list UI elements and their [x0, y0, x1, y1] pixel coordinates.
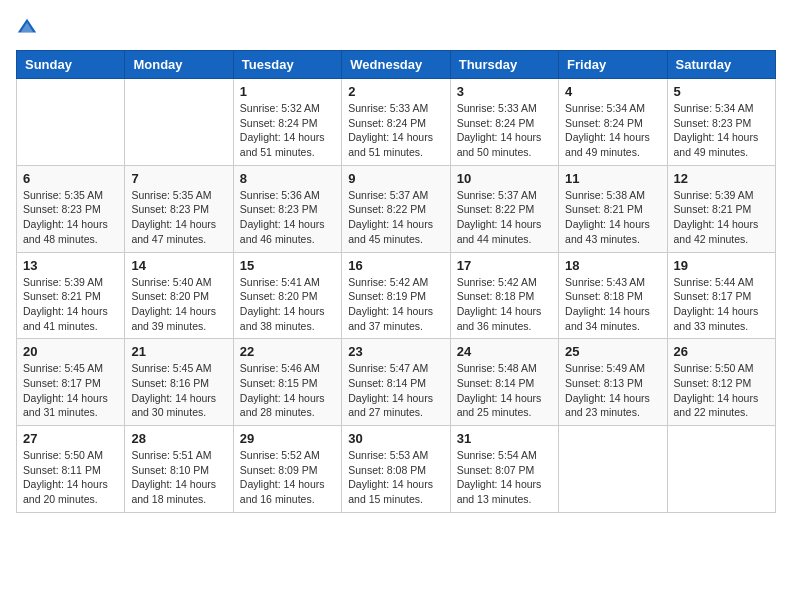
day-number: 15: [240, 258, 335, 273]
day-number: 2: [348, 84, 443, 99]
calendar-cell: 14Sunrise: 5:40 AM Sunset: 8:20 PM Dayli…: [125, 252, 233, 339]
day-info: Sunrise: 5:44 AM Sunset: 8:17 PM Dayligh…: [674, 275, 769, 334]
calendar-cell: 16Sunrise: 5:42 AM Sunset: 8:19 PM Dayli…: [342, 252, 450, 339]
day-number: 29: [240, 431, 335, 446]
day-number: 5: [674, 84, 769, 99]
calendar-cell: 18Sunrise: 5:43 AM Sunset: 8:18 PM Dayli…: [559, 252, 667, 339]
calendar-cell: 15Sunrise: 5:41 AM Sunset: 8:20 PM Dayli…: [233, 252, 341, 339]
day-number: 13: [23, 258, 118, 273]
day-info: Sunrise: 5:42 AM Sunset: 8:18 PM Dayligh…: [457, 275, 552, 334]
day-number: 8: [240, 171, 335, 186]
weekday-header-sunday: Sunday: [17, 51, 125, 79]
calendar-cell: 27Sunrise: 5:50 AM Sunset: 8:11 PM Dayli…: [17, 426, 125, 513]
day-info: Sunrise: 5:52 AM Sunset: 8:09 PM Dayligh…: [240, 448, 335, 507]
day-info: Sunrise: 5:34 AM Sunset: 8:23 PM Dayligh…: [674, 101, 769, 160]
day-info: Sunrise: 5:35 AM Sunset: 8:23 PM Dayligh…: [23, 188, 118, 247]
logo-icon: [16, 16, 38, 38]
day-info: Sunrise: 5:39 AM Sunset: 8:21 PM Dayligh…: [674, 188, 769, 247]
day-info: Sunrise: 5:37 AM Sunset: 8:22 PM Dayligh…: [457, 188, 552, 247]
day-info: Sunrise: 5:37 AM Sunset: 8:22 PM Dayligh…: [348, 188, 443, 247]
day-info: Sunrise: 5:50 AM Sunset: 8:12 PM Dayligh…: [674, 361, 769, 420]
calendar-cell: 30Sunrise: 5:53 AM Sunset: 8:08 PM Dayli…: [342, 426, 450, 513]
day-info: Sunrise: 5:36 AM Sunset: 8:23 PM Dayligh…: [240, 188, 335, 247]
day-number: 18: [565, 258, 660, 273]
calendar-cell: 22Sunrise: 5:46 AM Sunset: 8:15 PM Dayli…: [233, 339, 341, 426]
day-number: 9: [348, 171, 443, 186]
calendar-cell: 2Sunrise: 5:33 AM Sunset: 8:24 PM Daylig…: [342, 79, 450, 166]
weekday-header-saturday: Saturday: [667, 51, 775, 79]
weekday-header-thursday: Thursday: [450, 51, 558, 79]
day-number: 31: [457, 431, 552, 446]
logo: [16, 16, 42, 38]
day-info: Sunrise: 5:49 AM Sunset: 8:13 PM Dayligh…: [565, 361, 660, 420]
day-number: 23: [348, 344, 443, 359]
day-number: 22: [240, 344, 335, 359]
day-info: Sunrise: 5:43 AM Sunset: 8:18 PM Dayligh…: [565, 275, 660, 334]
calendar-cell: 13Sunrise: 5:39 AM Sunset: 8:21 PM Dayli…: [17, 252, 125, 339]
day-info: Sunrise: 5:34 AM Sunset: 8:24 PM Dayligh…: [565, 101, 660, 160]
calendar-cell: 23Sunrise: 5:47 AM Sunset: 8:14 PM Dayli…: [342, 339, 450, 426]
calendar-cell: 4Sunrise: 5:34 AM Sunset: 8:24 PM Daylig…: [559, 79, 667, 166]
day-number: 16: [348, 258, 443, 273]
calendar-cell: 24Sunrise: 5:48 AM Sunset: 8:14 PM Dayli…: [450, 339, 558, 426]
calendar-cell: 28Sunrise: 5:51 AM Sunset: 8:10 PM Dayli…: [125, 426, 233, 513]
calendar-cell: 21Sunrise: 5:45 AM Sunset: 8:16 PM Dayli…: [125, 339, 233, 426]
day-info: Sunrise: 5:45 AM Sunset: 8:16 PM Dayligh…: [131, 361, 226, 420]
day-number: 11: [565, 171, 660, 186]
day-info: Sunrise: 5:38 AM Sunset: 8:21 PM Dayligh…: [565, 188, 660, 247]
calendar-cell: 29Sunrise: 5:52 AM Sunset: 8:09 PM Dayli…: [233, 426, 341, 513]
day-number: 24: [457, 344, 552, 359]
calendar-cell: [17, 79, 125, 166]
day-number: 20: [23, 344, 118, 359]
calendar-cell: 11Sunrise: 5:38 AM Sunset: 8:21 PM Dayli…: [559, 165, 667, 252]
day-info: Sunrise: 5:53 AM Sunset: 8:08 PM Dayligh…: [348, 448, 443, 507]
day-number: 12: [674, 171, 769, 186]
day-info: Sunrise: 5:40 AM Sunset: 8:20 PM Dayligh…: [131, 275, 226, 334]
calendar-cell: 5Sunrise: 5:34 AM Sunset: 8:23 PM Daylig…: [667, 79, 775, 166]
day-info: Sunrise: 5:33 AM Sunset: 8:24 PM Dayligh…: [348, 101, 443, 160]
calendar-cell: 19Sunrise: 5:44 AM Sunset: 8:17 PM Dayli…: [667, 252, 775, 339]
weekday-header-friday: Friday: [559, 51, 667, 79]
day-info: Sunrise: 5:51 AM Sunset: 8:10 PM Dayligh…: [131, 448, 226, 507]
day-info: Sunrise: 5:39 AM Sunset: 8:21 PM Dayligh…: [23, 275, 118, 334]
calendar-cell: 1Sunrise: 5:32 AM Sunset: 8:24 PM Daylig…: [233, 79, 341, 166]
day-number: 4: [565, 84, 660, 99]
day-number: 30: [348, 431, 443, 446]
calendar-cell: 25Sunrise: 5:49 AM Sunset: 8:13 PM Dayli…: [559, 339, 667, 426]
day-info: Sunrise: 5:50 AM Sunset: 8:11 PM Dayligh…: [23, 448, 118, 507]
day-number: 10: [457, 171, 552, 186]
calendar-cell: 17Sunrise: 5:42 AM Sunset: 8:18 PM Dayli…: [450, 252, 558, 339]
day-number: 21: [131, 344, 226, 359]
day-number: 26: [674, 344, 769, 359]
calendar-cell: 20Sunrise: 5:45 AM Sunset: 8:17 PM Dayli…: [17, 339, 125, 426]
weekday-header-tuesday: Tuesday: [233, 51, 341, 79]
day-info: Sunrise: 5:42 AM Sunset: 8:19 PM Dayligh…: [348, 275, 443, 334]
day-info: Sunrise: 5:33 AM Sunset: 8:24 PM Dayligh…: [457, 101, 552, 160]
calendar-cell: [125, 79, 233, 166]
day-number: 28: [131, 431, 226, 446]
calendar-cell: [559, 426, 667, 513]
calendar-cell: 7Sunrise: 5:35 AM Sunset: 8:23 PM Daylig…: [125, 165, 233, 252]
day-info: Sunrise: 5:32 AM Sunset: 8:24 PM Dayligh…: [240, 101, 335, 160]
day-number: 19: [674, 258, 769, 273]
day-number: 1: [240, 84, 335, 99]
calendar-cell: 3Sunrise: 5:33 AM Sunset: 8:24 PM Daylig…: [450, 79, 558, 166]
day-info: Sunrise: 5:41 AM Sunset: 8:20 PM Dayligh…: [240, 275, 335, 334]
calendar-cell: 12Sunrise: 5:39 AM Sunset: 8:21 PM Dayli…: [667, 165, 775, 252]
calendar-cell: 8Sunrise: 5:36 AM Sunset: 8:23 PM Daylig…: [233, 165, 341, 252]
day-number: 27: [23, 431, 118, 446]
weekday-header-monday: Monday: [125, 51, 233, 79]
calendar-cell: 10Sunrise: 5:37 AM Sunset: 8:22 PM Dayli…: [450, 165, 558, 252]
day-info: Sunrise: 5:35 AM Sunset: 8:23 PM Dayligh…: [131, 188, 226, 247]
day-number: 17: [457, 258, 552, 273]
calendar-table: SundayMondayTuesdayWednesdayThursdayFrid…: [16, 50, 776, 513]
day-number: 25: [565, 344, 660, 359]
day-number: 14: [131, 258, 226, 273]
day-number: 7: [131, 171, 226, 186]
calendar-cell: 31Sunrise: 5:54 AM Sunset: 8:07 PM Dayli…: [450, 426, 558, 513]
day-number: 3: [457, 84, 552, 99]
day-info: Sunrise: 5:54 AM Sunset: 8:07 PM Dayligh…: [457, 448, 552, 507]
calendar-cell: [667, 426, 775, 513]
day-info: Sunrise: 5:45 AM Sunset: 8:17 PM Dayligh…: [23, 361, 118, 420]
weekday-header-wednesday: Wednesday: [342, 51, 450, 79]
